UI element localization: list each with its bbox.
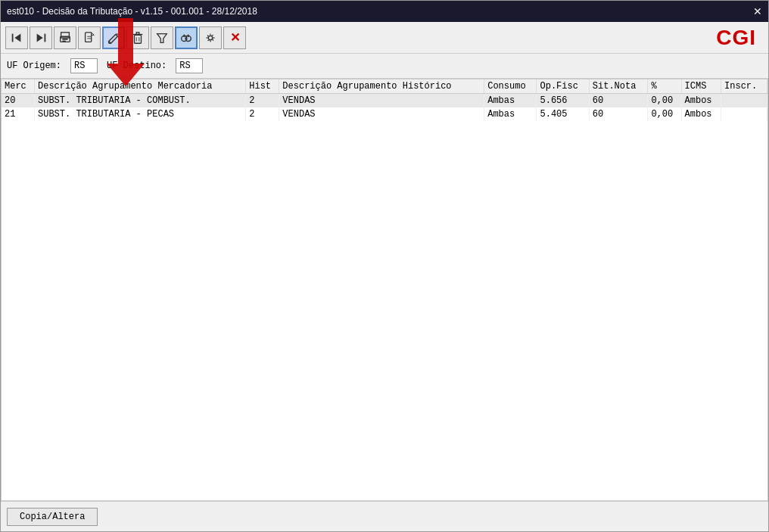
table-cell <box>721 94 767 108</box>
bottom-bar: Copia/Altera <box>1 501 768 531</box>
svg-rect-4 <box>61 32 70 37</box>
table-cell: 21 <box>2 107 35 121</box>
svg-rect-0 <box>12 33 14 42</box>
table-cell: VENDAS <box>279 107 484 121</box>
cgi-logo: CGI <box>716 26 756 50</box>
table-wrapper[interactable]: Merc Descrição Agrupamento Mercadoria Hi… <box>2 79 767 500</box>
col-inscr: Inscr. <box>721 79 767 94</box>
first-record-icon <box>10 31 23 45</box>
table-cell: Ambas <box>484 107 537 121</box>
filter-button[interactable] <box>151 26 173 49</box>
table-cell: Ambos <box>681 107 721 121</box>
uf-origem-input[interactable] <box>70 58 98 73</box>
table-cell: 5.405 <box>537 107 589 121</box>
window-close-button[interactable]: ✕ <box>753 5 762 17</box>
col-hist: Hist <box>246 79 279 94</box>
settings-button[interactable] <box>199 26 222 49</box>
title-bar: est010 - Decisão da Tributação - v1.15 -… <box>1 1 768 22</box>
col-op-fisc: Op.Fisc <box>537 79 589 94</box>
uf-destino-label: UF Destino: <box>107 61 167 71</box>
print-icon <box>58 31 72 45</box>
col-sit-nota: Sit.Nota <box>589 79 648 94</box>
data-table-container: Merc Descrição Agrupamento Mercadoria Hi… <box>1 79 768 501</box>
col-percent: % <box>648 79 681 94</box>
table-cell: SUBST. TRIBUTARIA - COMBUST. <box>35 94 246 108</box>
uf-destino-input[interactable] <box>176 58 203 73</box>
svg-rect-24 <box>183 34 185 37</box>
svg-rect-15 <box>135 35 142 43</box>
window-title: est010 - Decisão da Tributação - v1.15 -… <box>7 6 257 17</box>
delete-icon <box>131 31 145 45</box>
col-descricao-mercadoria: Descrição Agrupamento Mercadoria <box>35 79 246 94</box>
filter-icon <box>155 31 169 45</box>
edit-button[interactable] <box>102 26 125 49</box>
table-row[interactable]: 20SUBST. TRIBUTARIA - COMBUST.2VENDASAmb… <box>2 94 767 108</box>
svg-marker-20 <box>157 33 167 42</box>
main-window: est010 - Decisão da Tributação - v1.15 -… <box>0 0 769 532</box>
settings-icon <box>204 31 217 45</box>
new-button[interactable] <box>78 26 101 49</box>
col-merc: Merc <box>2 79 35 94</box>
table-cell: Ambos <box>681 94 721 108</box>
copia-altera-button[interactable]: Copia/Altera <box>7 508 98 526</box>
print-button[interactable] <box>54 26 76 49</box>
col-icms: ICMS <box>681 79 721 94</box>
table-body: 20SUBST. TRIBUTARIA - COMBUST.2VENDASAmb… <box>2 94 767 122</box>
table-cell: VENDAS <box>279 94 484 108</box>
svg-rect-8 <box>86 32 92 42</box>
delete-button[interactable] <box>126 26 149 49</box>
table-cell: 60 <box>589 94 648 108</box>
svg-marker-1 <box>14 33 20 42</box>
table-cell: 20 <box>2 94 35 108</box>
col-consumo: Consumo <box>484 79 537 94</box>
table-cell: 0,00 <box>648 107 681 121</box>
table-row[interactable]: 21SUBST. TRIBUTARIA - PECAS2VENDASAmbas5… <box>2 107 767 121</box>
table-cell: 5.656 <box>537 94 589 108</box>
svg-rect-7 <box>62 40 66 41</box>
first-record-button[interactable] <box>5 26 28 49</box>
cancel-button[interactable]: ✕ <box>223 26 246 49</box>
uf-origem-label: UF Origem: <box>7 61 61 71</box>
data-table: Merc Descrição Agrupamento Mercadoria Hi… <box>2 79 767 121</box>
table-cell: 2 <box>246 94 279 108</box>
last-record-button[interactable] <box>30 26 52 49</box>
table-cell <box>721 107 767 121</box>
search-button[interactable] <box>175 26 198 49</box>
table-cell: Ambas <box>484 94 537 108</box>
edit-icon <box>107 31 120 45</box>
table-header-row: Merc Descrição Agrupamento Mercadoria Hi… <box>2 79 767 94</box>
table-cell: 2 <box>246 107 279 121</box>
svg-rect-2 <box>45 33 46 42</box>
last-record-icon <box>34 31 48 45</box>
table-cell: SUBST. TRIBUTARIA - PECAS <box>35 107 246 121</box>
toolbar: ✕ CGI <box>1 22 768 54</box>
svg-marker-3 <box>37 33 43 42</box>
svg-rect-23 <box>185 38 187 39</box>
svg-rect-6 <box>62 38 67 39</box>
col-descricao-historico: Descrição Agrupamento Histórico <box>279 79 484 94</box>
binoculars-icon <box>179 31 193 45</box>
svg-rect-17 <box>136 32 139 34</box>
filter-bar: UF Origem: UF Destino: <box>1 54 768 79</box>
svg-rect-25 <box>188 34 189 37</box>
table-cell: 0,00 <box>648 94 681 108</box>
table-cell: 60 <box>589 107 648 121</box>
svg-point-27 <box>208 36 212 39</box>
new-document-icon <box>83 31 96 45</box>
svg-marker-9 <box>92 32 95 35</box>
